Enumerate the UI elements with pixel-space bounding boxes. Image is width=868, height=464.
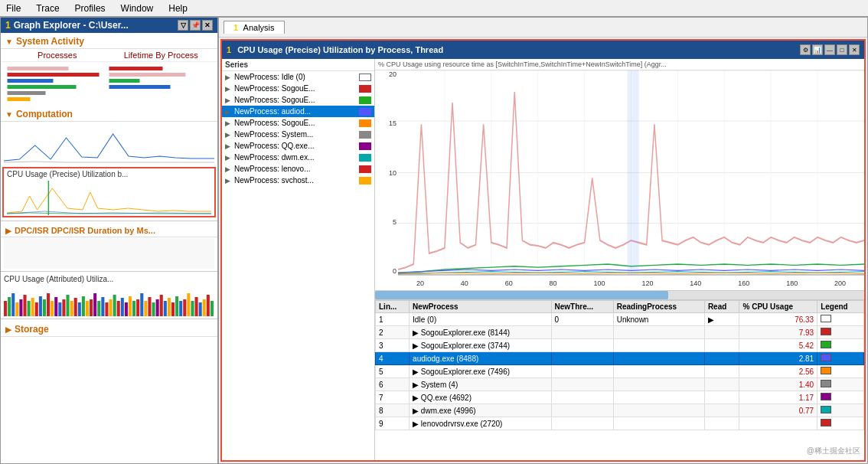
system-activity-graph[interactable] <box>4 63 214 105</box>
panel-pin[interactable]: 📌 <box>190 20 201 31</box>
series-item[interactable]: ▶NewProcess: lenovo... <box>222 163 374 175</box>
table-row[interactable]: 2▶ SogouExplorer.exe (8144)7.93 <box>376 326 864 339</box>
svg-rect-42 <box>113 295 116 316</box>
system-toggle[interactable]: ▼ <box>5 38 13 46</box>
table-col-header[interactable]: Legend <box>817 301 864 313</box>
computation-header[interactable]: ▼ Computation <box>1 106 217 122</box>
table-col-header[interactable]: % CPU Usage <box>739 301 817 313</box>
scrollbar-thumb[interactable] <box>375 291 668 299</box>
series-item[interactable]: ▶NewProcess: SogouE... <box>222 94 374 106</box>
series-color-swatch <box>359 96 371 104</box>
svg-rect-39 <box>101 297 104 316</box>
dpc-graph[interactable] <box>4 238 214 269</box>
row-read <box>704 417 739 430</box>
cpu-min[interactable]: — <box>824 44 835 55</box>
cpu-usage-precise-highlighted[interactable]: CPU Usage (Precise) Utilization b... <box>2 167 216 217</box>
menu-file[interactable]: File <box>3 2 24 15</box>
panel-close[interactable]: ✕ <box>202 20 213 31</box>
y-axis: 20151050 <box>375 70 398 275</box>
row-process: ▶ lenovodrvrsv.exe (2720) <box>410 417 551 430</box>
table-row[interactable]: 9▶ lenovodrvrsv.exe (2720) <box>376 417 864 430</box>
series-item[interactable]: ▶NewProcess: SogouE... <box>222 117 374 129</box>
series-item[interactable]: ▶NewProcess: svchost... <box>222 175 374 186</box>
table-row[interactable]: 8▶ dwm.exe (4996)0.77 <box>376 404 864 417</box>
svg-rect-83 <box>627 70 638 275</box>
computation-toggle[interactable]: ▼ <box>5 110 13 119</box>
svg-rect-6 <box>109 67 163 70</box>
table-row[interactable]: 6▶ System (4)1.40 <box>376 378 864 391</box>
row-cpu: 2.56 <box>739 365 817 378</box>
row-reading <box>613 417 704 430</box>
system-activity-label: System Activity <box>16 36 84 47</box>
menu-profiles[interactable]: Profiles <box>72 2 109 15</box>
series-item[interactable]: ▶NewProcess: SogouE... <box>222 83 374 94</box>
cpu-close[interactable]: ✕ <box>849 44 860 55</box>
table-row[interactable]: 7▶ QQ.exe (4692)1.17 <box>376 391 864 404</box>
table-col-header[interactable]: NewThre... <box>551 301 613 313</box>
row-cpu: 2.81 <box>739 352 817 365</box>
row-reading <box>613 391 704 404</box>
cpu-attributed-graph[interactable] <box>4 286 214 316</box>
x-axis-label: 140 <box>690 279 701 287</box>
table-col-header[interactable]: Lin... <box>376 301 410 313</box>
storage-header[interactable]: ▶ Storage <box>1 321 217 337</box>
cpu-title-bar: 1 CPU Usage (Precise) Utilization by Pro… <box>222 41 864 59</box>
horizontal-scrollbar[interactable] <box>375 290 864 299</box>
row-legend <box>817 313 864 326</box>
series-expand-icon: ▶ <box>225 177 231 185</box>
menu-trace[interactable]: Trace <box>33 2 62 15</box>
svg-rect-40 <box>105 302 108 316</box>
divider1 <box>1 221 217 221</box>
svg-rect-63 <box>195 297 198 316</box>
svg-rect-34 <box>82 296 85 316</box>
svg-rect-31 <box>70 301 73 316</box>
svg-rect-21 <box>31 298 34 316</box>
computation-graph[interactable] <box>4 123 214 165</box>
svg-rect-43 <box>117 301 120 316</box>
row-process: ▶ System (4) <box>410 378 551 391</box>
table-row[interactable]: 3▶ SogouExplorer.exe (3744)5.42 <box>376 339 864 352</box>
y-axis-label: 5 <box>393 218 396 226</box>
system-activity-header[interactable]: ▼ System Activity <box>1 33 217 49</box>
series-item[interactable]: ▶NewProcess: QQ.exe... <box>222 140 374 152</box>
svg-rect-29 <box>62 299 65 316</box>
row-thread <box>551 326 613 339</box>
row-read <box>704 339 739 352</box>
svg-rect-32 <box>74 298 77 316</box>
y-axis-label: 10 <box>389 169 396 177</box>
cpu-precise-graph[interactable] <box>7 181 211 215</box>
svg-rect-53 <box>156 299 159 316</box>
menu-help[interactable]: Help <box>165 2 191 15</box>
dpc-header[interactable]: ▶ DPC/ISR DPC/ISR Duration by Ms... <box>1 223 217 237</box>
svg-rect-26 <box>51 301 54 316</box>
chart-main[interactable] <box>398 70 864 275</box>
svg-rect-57 <box>171 302 175 316</box>
chart-container[interactable]: 20151050 <box>375 70 864 290</box>
svg-rect-60 <box>183 299 186 316</box>
menu-window[interactable]: Window <box>118 2 157 15</box>
table-row[interactable]: 5▶ SogouExplorer.exe (7496)2.56 <box>376 365 864 378</box>
analysis-tab[interactable]: 1 Analysis <box>224 21 285 34</box>
series-item[interactable]: ▶NewProcess: dwm.ex... <box>222 152 374 163</box>
panel-collapse[interactable]: ▽ <box>178 20 188 31</box>
cpu-settings[interactable]: ⚙ <box>800 44 811 55</box>
series-item[interactable]: ▶NewProcess: audiod... <box>222 106 374 117</box>
storage-toggle[interactable]: ▶ <box>5 325 11 334</box>
row-reading <box>613 404 704 417</box>
table-col-header[interactable]: Read <box>704 301 739 313</box>
series-item[interactable]: ▶NewProcess: System... <box>222 129 374 140</box>
svg-rect-55 <box>164 301 167 316</box>
row-cpu <box>739 417 817 430</box>
table-col-header[interactable]: ReadingProcess <box>613 301 704 313</box>
cpu-chart[interactable]: 📊 <box>812 44 823 55</box>
table-col-header[interactable]: NewProcess <box>410 301 551 313</box>
dpc-toggle[interactable]: ▶ <box>5 227 11 235</box>
table-row[interactable]: 4audiodg.exe (8488)2.81 <box>376 352 864 365</box>
cpu-max[interactable]: □ <box>837 44 847 55</box>
svg-rect-61 <box>187 293 190 316</box>
legend-color-swatch <box>821 380 831 387</box>
series-item[interactable]: ▶NewProcess: Idle (0) <box>222 71 374 83</box>
series-color-swatch <box>359 165 371 173</box>
table-row[interactable]: 1Idle (0)0Unknown▶76.33 <box>376 313 864 326</box>
row-thread <box>551 404 613 417</box>
